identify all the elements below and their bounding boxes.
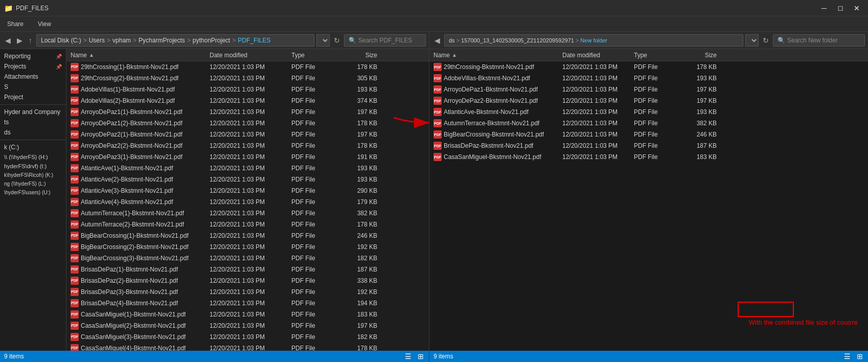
- right-file-row-0[interactable]: PDF 29thCrossing-Bkstmnt-Nov21.pdf 12/20…: [429, 61, 868, 73]
- address-path[interactable]: Local Disk (C:) > Users > vpham > Pychar…: [36, 34, 314, 47]
- left-file-row-16[interactable]: PDF BigBearCrossing(2)-Bkstmnt-Nov21.pdf…: [66, 241, 429, 253]
- right-file-size-8: 183 KB: [680, 153, 721, 161]
- file-list-header: Name ▲ Date modified Type Size: [66, 49, 429, 61]
- view-icons-btn[interactable]: ⊞: [417, 352, 425, 360]
- header-name[interactable]: Name ▲: [66, 52, 210, 59]
- left-file-row-8[interactable]: PDF ArroyoDePaz3(1)-Bkstmnt-Nov21.pdf 12…: [66, 151, 429, 163]
- left-file-name-7: ArroyoDePaz2(2)-Bkstmnt-Nov21.pdf: [81, 142, 182, 149]
- right-file-row-7[interactable]: PDF BrisasDePaz-Bkstmnt-Nov21.pdf 12/20/…: [429, 140, 868, 151]
- sidebar-divider-1: [0, 104, 66, 105]
- right-minimize-button[interactable]: ─: [817, 3, 831, 13]
- right-file-type-1: PDF File: [634, 75, 680, 82]
- right-file-row-8[interactable]: PDF CasaSanMiguel-Bkstmnt-Nov21.pdf 12/2…: [429, 151, 868, 163]
- sidebar-item-ds[interactable]: ds: [0, 127, 66, 138]
- header-date[interactable]: Date modified: [210, 52, 291, 59]
- left-file-row-25[interactable]: PDF CasaSanMiguel(4)-Bkstmnt-Nov21.pdf 1…: [66, 343, 429, 351]
- left-file-row-13[interactable]: PDF AutumnTerrace(1)-Bkstmnt-Nov21.pdf 1…: [66, 208, 429, 219]
- sidebar-item-project[interactable]: Project: [0, 92, 66, 102]
- left-file-row-14[interactable]: PDF AutumnTerrace(2)-Bkstmnt-Nov21.pdf 1…: [66, 219, 429, 230]
- right-path-dropdown[interactable]: [745, 34, 759, 47]
- left-file-row-1[interactable]: PDF 29thCrossing(2)-Bkstmnt-Nov21.pdf 12…: [66, 73, 429, 84]
- right-back-button[interactable]: ◀: [432, 35, 442, 46]
- left-file-size-22: 183 KB: [342, 311, 383, 318]
- left-file-row-9[interactable]: PDF AtlanticAve(1)-Bkstmnt-Nov21.pdf 12/…: [66, 163, 429, 174]
- right-file-list-header: Name ▲ Date modified Type Size: [429, 49, 868, 61]
- right-pdf-icon-2: PDF: [433, 85, 442, 94]
- share-button[interactable]: Share: [4, 19, 27, 29]
- right-file-row-1[interactable]: PDF AdobeVillas-Bkstmnt-Nov21.pdf 12/20/…: [429, 73, 868, 84]
- left-file-row-5[interactable]: PDF ArroyoDePaz1(2)-Bkstmnt-Nov21.pdf 12…: [66, 118, 429, 129]
- sidebar-item-hyder[interactable]: Hyder and Company: [0, 107, 66, 117]
- right-file-row-6[interactable]: PDF BigBearCrossing-Bkstmnt-Nov21.pdf 12…: [429, 129, 868, 140]
- right-header-size[interactable]: Size: [680, 52, 721, 59]
- path-part-5: pythonProject: [193, 37, 230, 44]
- up-button[interactable]: ↑: [27, 35, 34, 46]
- left-file-row-3[interactable]: PDF AdobeVillas(2)-Bkstmnt-Nov21.pdf 12/…: [66, 95, 429, 106]
- sidebar-item-projects[interactable]: Projects 📌: [0, 61, 66, 72]
- title-bar-title: PDF_FILES: [16, 5, 49, 12]
- left-file-row-24[interactable]: PDF CasaSanMiguel(3)-Bkstmnt-Nov21.pdf 1…: [66, 331, 429, 343]
- left-file-row-18[interactable]: PDF BrisasDePaz(1)-Bkstmnt-Nov21.pdf 12/…: [66, 264, 429, 275]
- right-header-date[interactable]: Date modified: [562, 52, 634, 59]
- right-panel: ◀ ds > 157000_13_1402530005_Z21120209592…: [429, 32, 868, 362]
- right-refresh-button[interactable]: ↻: [761, 35, 771, 46]
- header-type[interactable]: Type: [291, 52, 342, 59]
- right-file-row-2[interactable]: PDF ArroyoDePaz1-Bkstmnt-Nov21.pdf 12/20…: [429, 84, 868, 95]
- left-file-row-4[interactable]: PDF ArroyoDePaz1(1)-Bkstmnt-Nov21.pdf 12…: [66, 106, 429, 118]
- left-file-row-11[interactable]: PDF AtlanticAve(3)-Bkstmnt-Nov21.pdf 12/…: [66, 185, 429, 196]
- sidebar-item-ts[interactable]: ts: [0, 117, 66, 127]
- view-button[interactable]: View: [35, 19, 54, 29]
- sidebar-item-drive-k[interactable]: k\hyderFS\Ricoh) (K:): [0, 171, 66, 179]
- left-file-row-12[interactable]: PDF AtlanticAve(4)-Bkstmnt-Nov21.pdf 12/…: [66, 196, 429, 208]
- right-maximize-button[interactable]: □: [833, 3, 848, 13]
- left-file-row-7[interactable]: PDF ArroyoDePaz2(2)-Bkstmnt-Nov21.pdf 12…: [66, 140, 429, 151]
- forward-button[interactable]: ▶: [15, 35, 25, 46]
- right-view-details-btn[interactable]: ☰: [843, 352, 852, 360]
- left-search-box[interactable]: 🔍 Search PDF_FILES: [344, 34, 426, 47]
- left-file-row-19[interactable]: PDF BrisasDePaz(2)-Bkstmnt-Nov21.pdf 12/…: [66, 275, 429, 286]
- sidebar-label-drive-k: k\hyderFS\Ricoh) (K:): [4, 172, 53, 178]
- left-file-row-10[interactable]: PDF AtlanticAve(2)-Bkstmnt-Nov21.pdf 12/…: [66, 174, 429, 185]
- left-file-row-22[interactable]: PDF CasaSanMiguel(1)-Bkstmnt-Nov21.pdf 1…: [66, 309, 429, 320]
- sidebar-item-drive-c[interactable]: k (C:): [0, 142, 66, 152]
- left-file-row-23[interactable]: PDF CasaSanMiguel(2)-Bkstmnt-Nov21.pdf 1…: [66, 320, 429, 331]
- sidebar-item-drive-l[interactable]: ng (\\hyderFS) (L:): [0, 179, 66, 188]
- left-file-row-20[interactable]: PDF BrisasDePaz(3)-Bkstmnt-Nov21.pdf 12/…: [66, 286, 429, 298]
- right-view-icons-btn[interactable]: ⊞: [856, 352, 864, 360]
- left-file-row-17[interactable]: PDF BigBearCrossing(3)-Bkstmnt-Nov21.pdf…: [66, 253, 429, 264]
- right-file-size-7: 187 KB: [680, 142, 721, 149]
- right-file-row-3[interactable]: PDF ArroyoDePaz2-Bkstmnt-Nov21.pdf 12/20…: [429, 95, 868, 106]
- refresh-button[interactable]: ↻: [332, 35, 342, 46]
- left-file-date-7: 12/20/2021 1:03 PM: [210, 142, 291, 149]
- sidebar-item-attachments[interactable]: Attachments: [0, 72, 66, 82]
- right-close-button[interactable]: ✕: [850, 3, 864, 13]
- left-file-name-15: BigBearCrossing(1)-Bkstmnt-Nov21.pdf: [81, 232, 189, 239]
- left-file-row-2[interactable]: PDF AdobeVillas(1)-Bkstmnt-Nov21.pdf 12/…: [66, 84, 429, 95]
- right-header-type[interactable]: Type: [634, 52, 680, 59]
- path-dropdown[interactable]: [316, 34, 330, 47]
- right-file-name-6: BigBearCrossing-Bkstmnt-Nov21.pdf: [444, 131, 544, 138]
- sidebar-item-drive-h[interactable]: \\ (\\hyderFS) (H:): [0, 152, 66, 162]
- right-file-size-6: 246 KB: [680, 131, 721, 138]
- back-button[interactable]: ◀: [3, 35, 13, 46]
- right-file-row-5[interactable]: PDF AutumnTerrace-Bkstmnt-Nov21.pdf 12/2…: [429, 118, 868, 129]
- left-file-name-cell-15: PDF BigBearCrossing(1)-Bkstmnt-Nov21.pdf: [66, 232, 210, 240]
- right-address-path[interactable]: ds > 157000_13_1402530005_Z2112020959297…: [444, 34, 743, 47]
- sidebar-item-reporting[interactable]: Reporting 📌: [0, 51, 66, 61]
- right-file-name-cell-0: PDF 29thCrossing-Bkstmnt-Nov21.pdf: [429, 63, 562, 71]
- left-file-row-6[interactable]: PDF ArroyoDePaz2(1)-Bkstmnt-Nov21.pdf 12…: [66, 129, 429, 140]
- left-file-row-0[interactable]: PDF 29thCrossing(1)-Bkstmnt-Nov21.pdf 12…: [66, 61, 429, 73]
- header-size[interactable]: Size: [342, 52, 383, 59]
- view-details-btn[interactable]: ☰: [404, 352, 413, 360]
- sidebar-item-drive-u[interactable]: \hyderFS\users) (U:): [0, 188, 66, 197]
- sidebar-item-s[interactable]: S: [0, 82, 66, 92]
- left-file-date-8: 12/20/2021 1:03 PM: [210, 153, 291, 161]
- sidebar-item-drive-i[interactable]: hyderFS\drvf) (I:): [0, 162, 66, 171]
- right-file-row-4[interactable]: PDF AtlanticAve-Bkstmnt-Nov21.pdf 12/20/…: [429, 106, 868, 118]
- left-file-size-1: 305 KB: [342, 75, 383, 82]
- left-file-row-15[interactable]: PDF BigBearCrossing(1)-Bkstmnt-Nov21.pdf…: [66, 230, 429, 241]
- right-header-name[interactable]: Name ▲: [429, 52, 562, 59]
- right-search-box[interactable]: 🔍 Search New folder: [773, 34, 865, 47]
- left-file-row-21[interactable]: PDF BrisasDePaz(4)-Bkstmnt-Nov21.pdf 12/…: [66, 298, 429, 309]
- sidebar-divider-2: [0, 140, 66, 140]
